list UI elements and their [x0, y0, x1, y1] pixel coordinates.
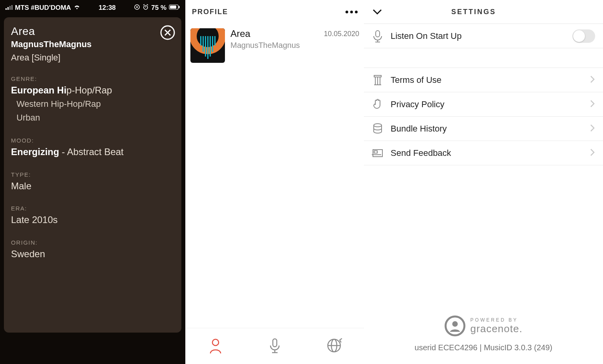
profile-panel: PROFILE Area MagnusTheMagnus 10.05.2020 — [185, 0, 364, 364]
orientation-lock-icon — [134, 4, 140, 12]
svg-rect-2 — [9, 6, 11, 10]
privacy-label: Privacy Policy — [391, 99, 590, 110]
type-heading: TYPE: — [11, 171, 174, 178]
genre-main: European Hip-Hop/Rap — [11, 84, 174, 97]
track-info-card: Area MagnusTheMagnus Area [Single] GENRE… — [4, 17, 181, 333]
signal-icon — [5, 4, 13, 12]
globe-icon — [325, 337, 343, 354]
battery-icon — [169, 4, 180, 12]
setting-bundle-history[interactable]: Bundle History — [364, 117, 603, 141]
svg-point-16 — [212, 339, 219, 346]
settings-header: SETTINGS — [382, 8, 566, 16]
more-button[interactable] — [345, 11, 358, 13]
status-bar: MTS #BUD'DOMA 12:38 75 % — [0, 0, 185, 16]
hand-icon — [372, 98, 391, 111]
microphone-icon — [266, 337, 283, 354]
tab-profile[interactable] — [207, 337, 224, 356]
svg-rect-26 — [374, 75, 381, 77]
genre-heading: GENRE: — [11, 75, 174, 82]
type-value: Male — [11, 179, 174, 193]
mood-value: Energizing - Abstract Beat — [11, 145, 174, 159]
track-title: Area — [11, 25, 174, 38]
terms-label: Terms of Use — [391, 75, 590, 85]
column-icon — [372, 74, 391, 86]
gracenote-big: gracenote. — [470, 323, 523, 335]
mail-icon — [372, 148, 391, 159]
genre-sub-2: Urban — [16, 111, 174, 124]
chevron-right-icon — [590, 124, 595, 134]
tab-discover[interactable] — [325, 337, 343, 356]
origin-heading: ORIGIN: — [11, 239, 174, 246]
close-icon — [160, 25, 175, 40]
bundle-label: Bundle History — [391, 124, 590, 134]
settings-panel: SETTINGS Listen On Start Up Terms of Use — [364, 0, 603, 364]
chevron-right-icon — [590, 75, 595, 85]
gracenote-branding: POWERED BY gracenote. — [364, 315, 603, 337]
album-art-icon — [190, 28, 225, 63]
setting-listen-on-startup: Listen On Start Up — [364, 24, 603, 48]
row-date: 10.05.2020 — [324, 28, 359, 38]
svg-rect-23 — [376, 31, 380, 37]
mood-heading: MOOD: — [11, 137, 174, 144]
svg-point-36 — [452, 321, 458, 327]
carrier-label: MTS #BUD'DOMA — [15, 4, 71, 12]
svg-line-8 — [143, 4, 144, 5]
wifi-icon — [73, 4, 80, 12]
tab-listen[interactable] — [266, 337, 283, 356]
svg-rect-17 — [273, 339, 277, 347]
alarm-icon — [143, 4, 149, 12]
close-button[interactable] — [159, 24, 176, 41]
svg-rect-3 — [11, 5, 13, 10]
database-icon — [372, 123, 391, 135]
svg-rect-12 — [179, 6, 180, 8]
setting-feedback[interactable]: Send Feedback — [364, 141, 603, 165]
tab-bar — [186, 328, 364, 364]
svg-point-31 — [374, 124, 382, 127]
version-footer: userid ECEC4296 | MusicID 3.0.3 (249) — [364, 343, 603, 352]
history-row[interactable]: Area MagnusTheMagnus 10.05.2020 — [186, 24, 364, 68]
chevron-down-icon — [372, 6, 383, 17]
listen-startup-toggle[interactable] — [572, 29, 595, 43]
era-heading: ERA: — [11, 205, 174, 212]
svg-rect-5 — [137, 6, 138, 8]
chevron-right-icon — [590, 100, 595, 109]
svg-rect-0 — [5, 8, 7, 10]
row-title: Area — [230, 28, 324, 39]
setting-terms[interactable]: Terms of Use — [364, 68, 603, 92]
profile-header: PROFILE — [192, 8, 228, 16]
era-value: Late 2010s — [11, 213, 174, 227]
svg-rect-33 — [374, 151, 377, 153]
svg-rect-11 — [170, 5, 176, 9]
profile-icon — [207, 337, 224, 354]
album-name: Area [Single] — [11, 53, 174, 63]
listen-startup-label: Listen On Start Up — [391, 31, 572, 41]
svg-line-9 — [147, 4, 148, 5]
svg-rect-1 — [7, 7, 9, 10]
gracenote-logo-icon — [444, 315, 466, 337]
origin-value: Sweden — [11, 247, 174, 261]
feedback-label: Send Feedback — [391, 148, 590, 158]
artist-name: MagnusTheMagnus — [11, 39, 174, 49]
gracenote-small: POWERED BY — [470, 317, 523, 323]
microphone-icon — [372, 30, 391, 42]
detail-panel: MTS #BUD'DOMA 12:38 75 % — [0, 0, 185, 364]
chevron-right-icon — [590, 148, 595, 158]
battery-label: 75 % — [151, 4, 166, 12]
genre-sub-1: Western Hip-Hop/Rap — [16, 97, 174, 111]
setting-privacy[interactable]: Privacy Policy — [364, 92, 603, 117]
row-subtitle: MagnusTheMagnus — [230, 41, 324, 50]
clock-label: 12:38 — [80, 4, 134, 12]
